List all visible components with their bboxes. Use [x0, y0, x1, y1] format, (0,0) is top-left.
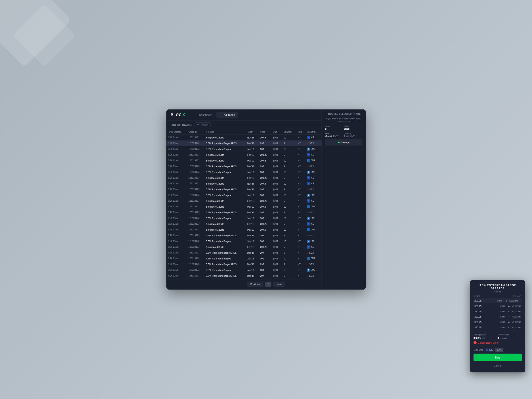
buy-button[interactable]: Buy — [474, 354, 522, 361]
cell-exchange: I ICE — [305, 244, 321, 250]
cell-product: 3.5% Rotterdam Barges — [204, 267, 246, 273]
popup-price-row[interactable]: 350.25 S/MT 4 x1,000MT — [474, 309, 522, 314]
buyer-col: Buyer BP — [325, 125, 344, 130]
cell-time: 6:26.11am — [166, 135, 187, 140]
cell-tenor: Mar'19 — [246, 204, 258, 209]
cell-unit2: KT — [296, 152, 305, 158]
cell-product: Singapore 380cts — [204, 152, 246, 158]
cell-unit1: $/MT — [271, 273, 282, 279]
cell-product: Singapore 180cts — [204, 227, 246, 233]
cell-unit1: $/MT — [271, 152, 282, 158]
cell-unit2: KT — [296, 198, 305, 204]
cell-orderid: 123123123 — [187, 244, 204, 250]
popup-mt: x1,000MT — [509, 300, 518, 302]
cell-time: 6:26.11am — [166, 273, 187, 279]
popup-price-row[interactable]: 350.25 S/MT 4 x1,000MT — [474, 320, 522, 324]
cell-qty: 5 — [282, 221, 296, 227]
cell-unit1: $/MT — [271, 175, 282, 181]
cell-price: 297 — [258, 187, 271, 192]
popup-price: 350.25 — [474, 310, 500, 313]
popup-mt: x1,000MT — [512, 310, 521, 313]
cell-unit1: $/MT — [271, 169, 282, 175]
cell-orderid: 123123123 — [187, 192, 204, 198]
cell-unit2: KT — [296, 227, 305, 233]
cell-tenor: Jan'18 — [246, 215, 258, 221]
popup-price-row[interactable]: 350.25 S/MT 4 x1,000MT — [474, 325, 522, 330]
cme-icon: C — [307, 217, 310, 220]
exchange-tag[interactable]: BAR — [495, 348, 503, 352]
col-unit1: Unit — [271, 129, 282, 135]
refresh-button[interactable]: ↻ Refresh — [195, 122, 211, 127]
cme-icon: C — [307, 257, 310, 260]
cancel-button[interactable]: Cancel — [474, 363, 522, 369]
cell-unit1: $/MT — [271, 192, 282, 198]
exchange-tag[interactable]: ICE — [485, 348, 494, 352]
cell-unit2: KT — [296, 273, 305, 279]
cell-unit1: $/MT — [271, 256, 282, 261]
cell-product: Singapore 180cts — [204, 181, 246, 187]
cell-qty: 5 — [282, 152, 296, 158]
cell-price: 297.5 — [258, 227, 271, 233]
popup-subtitle: Nov '18 — [474, 291, 522, 293]
popup-price-row[interactable]: 350.25 S/MT 4 x1,000MT — [474, 304, 522, 309]
cell-product: 3.5% Rotterdam Barges — [204, 192, 246, 198]
popup-price: 350.25 — [474, 316, 500, 318]
cell-time: 6:26.11am — [166, 267, 187, 273]
avg-price-value: 350.25 — [474, 337, 481, 339]
cell-qty: 10 — [282, 181, 296, 187]
cell-orderid: 123123123 — [187, 227, 204, 233]
cell-unit2: KT — [296, 204, 305, 209]
cell-qty: 5 — [282, 198, 296, 204]
cell-unit2: KT — [296, 158, 305, 164]
cell-price: 300 — [258, 215, 271, 221]
dashboard-icon — [195, 114, 198, 116]
popup-vol: 4 — [507, 310, 511, 313]
tab-dashboard[interactable]: Dashboard — [192, 112, 215, 118]
basket-order-popup: 3.5% ROTTERDAM BARGE SPREADS Nov '18 Pri… — [470, 280, 525, 372]
cell-exchange: I ICE — [305, 152, 321, 158]
cell-exchange: ▷ SGX — [305, 164, 321, 169]
popup-mt: x1,000MT — [512, 326, 521, 329]
tab-all-trades[interactable]: All trades — [216, 112, 238, 118]
cell-orderid: 123123123 — [187, 140, 204, 146]
cell-qty: 10 — [282, 267, 296, 273]
cancel-basket-icon: − — [474, 341, 477, 344]
cell-tenor: Nov'18 — [246, 181, 258, 187]
process-subtitle: If you want to be assigned to this trade… — [325, 120, 362, 123]
cell-product: Singapore 380cts — [204, 221, 246, 227]
next-button[interactable]: Next — [273, 282, 285, 287]
cell-time: 6:26.11am — [166, 181, 187, 187]
all-trades-icon — [219, 114, 222, 116]
refresh-icon: ↻ — [197, 123, 199, 126]
previous-button[interactable]: Previous — [247, 282, 263, 287]
cell-price: 300 — [258, 169, 271, 175]
cell-unit1: $/MT — [271, 187, 282, 192]
popup-price-row[interactable]: 350.25 S/MT 4 x1,000MT ✓ — [474, 298, 522, 303]
arrange-button[interactable]: Arrange — [325, 139, 362, 146]
cell-unit2: KT — [296, 244, 305, 250]
cell-orderid: 123123123 — [187, 233, 204, 238]
cell-qty: 10 — [282, 158, 296, 164]
cancel-basket-order[interactable]: − Cancel Basket Order — [474, 341, 522, 344]
cell-time: 6:26.11am — [166, 140, 187, 146]
cell-unit2: KT — [296, 238, 305, 244]
popup-price-row[interactable]: 350.25 S/MT 4 x1,000MT — [474, 314, 522, 319]
cell-orderid: 123123123 — [187, 158, 204, 164]
cell-unit2: KT — [296, 181, 305, 187]
ice-icon: I — [307, 182, 310, 185]
seller-label: Seller — [344, 125, 362, 127]
cell-qty: 10 — [282, 227, 296, 233]
price-qty-row: Price 350.25 $/MT Quantity 4 x1,000MT — [325, 132, 362, 137]
cell-exchange: I ICE — [305, 198, 321, 204]
price-value: 350.25 — [325, 134, 333, 137]
cell-exchange: C CME — [305, 267, 321, 273]
total-vol-unit: x1,000MT — [500, 337, 508, 339]
cell-unit1: $/MT — [271, 261, 282, 267]
cell-unit1: $/MT — [271, 164, 282, 169]
cell-product: 3.5% Rotterdam Barges — [204, 215, 246, 221]
cell-exchange: I ICE — [305, 181, 321, 187]
seller-col: Seller Shell — [344, 125, 362, 130]
cell-orderid: 123123123 — [187, 135, 204, 140]
cme-icon: C — [307, 268, 310, 272]
cell-time: 6:26.11am — [166, 215, 187, 221]
